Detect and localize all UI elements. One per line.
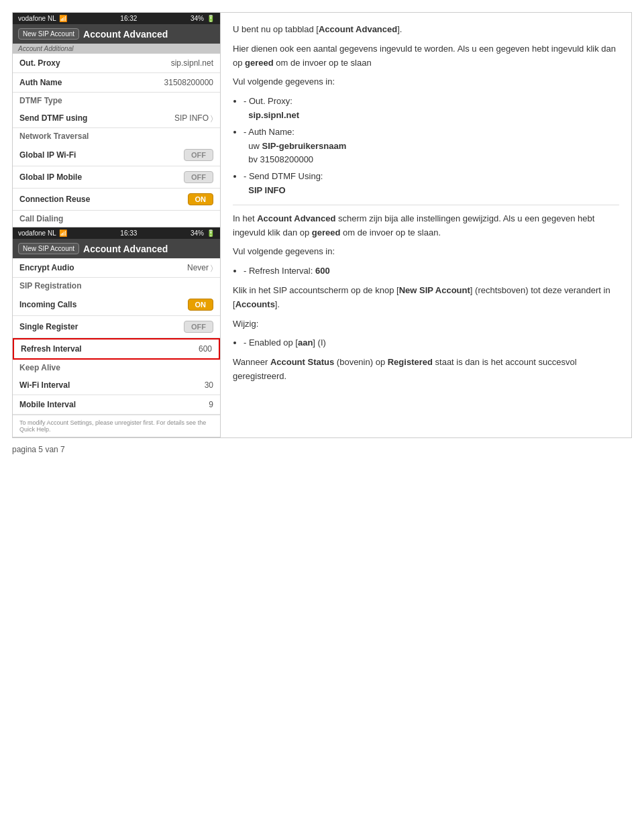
wifi-interval-label: Wi-Fi Interval <box>19 380 70 390</box>
dtmf-section-header: DTMF Type <box>13 93 220 109</box>
incoming-calls-row[interactable]: Incoming Calls ON <box>13 294 220 316</box>
send-dtmf-value: SIP INFO 〉 <box>174 113 213 123</box>
bottom-phone-status-bar: vodafone NL 📶 16:33 34% 🔋 <box>13 227 220 239</box>
global-ip-wifi-row[interactable]: Global IP Wi-Fi OFF <box>13 144 220 166</box>
mobile-interval-row[interactable]: Mobile Interval 9 <box>13 395 220 415</box>
encrypt-audio-value: Never 〉 <box>187 263 213 272</box>
bottom-phone-mockup: vodafone NL 📶 16:33 34% 🔋 New SIP Accoun… <box>13 227 220 437</box>
out-proxy-value: sip.sipnl.net <box>171 58 213 68</box>
list-item-enabled: - Enabled op [aan] (I) <box>244 336 619 350</box>
global-ip-mobile-label: Global IP Mobile <box>19 172 82 182</box>
mobile-interval-label: Mobile Interval <box>19 400 76 409</box>
encrypt-audio-chevron: 〉 <box>211 264 213 272</box>
encrypt-audio-row[interactable]: Encrypt Audio Never 〉 <box>13 258 220 278</box>
top-phone-mockup: vodafone NL 📶 16:32 34% 🔋 New SIP Accoun… <box>13 13 220 227</box>
bottom-status-right: 34% 🔋 <box>191 229 215 237</box>
right-bottom-list1: - Refresh Interval: 600 <box>244 264 619 278</box>
right-bottom-para1: In het Account Advanced scherm zijn bija… <box>233 212 619 240</box>
phone-footer-note: To modify Account Settings, please unreg… <box>13 415 220 437</box>
connection-reuse-row[interactable]: Connection Reuse ON <box>13 189 220 211</box>
right-top-para2-intro: Vul volgende gegevens in: <box>233 75 619 89</box>
bottom-wifi-icon: 📶 <box>59 229 67 237</box>
single-register-label: Single Register <box>19 322 78 331</box>
send-dtmf-label: Send DTMF using <box>19 113 87 123</box>
right-bottom-list2: - Enabled op [aan] (I) <box>244 336 619 350</box>
single-register-row[interactable]: Single Register OFF <box>13 316 220 338</box>
top-time: 16:32 <box>120 15 137 22</box>
right-top-heading: U bent nu op tabblad [Account Advanced]. <box>233 23 619 37</box>
list-item-dtmf: - Send DTMF Using: SIP INFO <box>244 170 619 198</box>
out-proxy-row[interactable]: Out. Proxy sip.sipnl.net <box>13 54 220 73</box>
refresh-interval-label: Refresh Interval <box>21 344 82 354</box>
wifi-interval-row[interactable]: Wi-Fi Interval 30 <box>13 376 220 395</box>
refresh-interval-row[interactable]: Refresh Interval 600 <box>13 338 220 360</box>
top-phone-status-bar: vodafone NL 📶 16:32 34% 🔋 <box>13 13 220 24</box>
page-number: pagina 5 van 7 <box>12 445 65 454</box>
top-battery: 34% <box>191 15 204 22</box>
right-bottom-para5: Wanneer Account Status (bovenin) op Regi… <box>233 356 619 384</box>
top-battery-icon: 🔋 <box>207 15 215 22</box>
sip-registration-section: SIP Registration <box>13 278 220 294</box>
bottom-phone-title: Account Advanced <box>83 244 168 254</box>
top-phone-title: Account Advanced <box>83 29 168 40</box>
refresh-interval-value: 600 <box>199 344 212 354</box>
top-back-button[interactable]: New SIP Account <box>18 28 79 40</box>
auth-name-row[interactable]: Auth Name 31508200000 <box>13 73 220 93</box>
page-footer: pagina 5 van 7 <box>12 438 632 454</box>
global-ip-mobile-row[interactable]: Global IP Mobile OFF <box>13 166 220 189</box>
keep-alive-section: Keep Alive <box>13 360 220 376</box>
section-divider <box>233 205 619 205</box>
page-wrapper: vodafone NL 📶 16:32 34% 🔋 New SIP Accoun… <box>0 0 644 836</box>
top-phone-header: New SIP Account Account Advanced <box>13 24 220 44</box>
wifi-interval-value: 30 <box>205 380 213 390</box>
bottom-carrier: vodafone NL <box>18 229 56 237</box>
bottom-battery: 34% <box>191 229 204 237</box>
right-bottom-para2: Vul volgende gegevens in: <box>233 245 619 259</box>
left-panel: vodafone NL 📶 16:32 34% 🔋 New SIP Accoun… <box>13 13 221 437</box>
auth-name-value: 31508200000 <box>164 78 213 87</box>
out-proxy-label: Out. Proxy <box>19 58 60 68</box>
connection-reuse-label: Connection Reuse <box>19 195 90 204</box>
incoming-calls-label: Incoming Calls <box>19 300 76 309</box>
bottom-time: 16:33 <box>120 229 137 237</box>
list-item-proxy: - Out. Proxy: sip.sipnl.net <box>244 95 619 123</box>
auth-name-label: Auth Name <box>19 78 62 87</box>
top-carrier: vodafone NL <box>18 15 56 22</box>
right-top-list: - Out. Proxy: sip.sipnl.net - Auth Name:… <box>244 95 619 198</box>
bottom-phone-header: New SIP Account Account Advanced <box>13 239 220 258</box>
global-ip-wifi-toggle[interactable]: OFF <box>184 149 213 161</box>
right-top-para1: Hier dienen ook een aantal gegevens inge… <box>233 42 619 70</box>
main-content: vodafone NL 📶 16:32 34% 🔋 New SIP Accoun… <box>12 12 632 438</box>
right-bottom-section: In het Account Advanced scherm zijn bija… <box>233 212 619 384</box>
top-wifi-icon: 📶 <box>59 15 67 22</box>
right-panel: U bent nu op tabblad [Account Advanced].… <box>221 13 631 437</box>
global-ip-wifi-label: Global IP Wi-Fi <box>19 150 76 160</box>
network-section-header: Network Traversal <box>13 128 220 144</box>
top-status-left: vodafone NL 📶 <box>18 15 67 22</box>
connection-reuse-toggle[interactable]: ON <box>188 193 214 205</box>
right-top-section: U bent nu op tabblad [Account Advanced].… <box>233 23 619 198</box>
right-bottom-para4: Wijzig: <box>233 317 619 331</box>
encrypt-audio-label: Encrypt Audio <box>19 263 74 272</box>
top-status-right: 34% 🔋 <box>191 15 215 22</box>
send-dtmf-chevron: 〉 <box>211 114 213 123</box>
top-section-above: Account Additional <box>13 44 220 54</box>
list-item-refresh: - Refresh Interval: 600 <box>244 264 619 278</box>
single-register-toggle[interactable]: OFF <box>184 321 213 333</box>
bottom-battery-icon: 🔋 <box>207 229 215 237</box>
bottom-back-button[interactable]: New SIP Account <box>18 243 79 254</box>
global-ip-mobile-toggle[interactable]: OFF <box>184 171 213 183</box>
list-item-auth: - Auth Name: uw SIP-gebruikersnaam bv 31… <box>244 125 619 167</box>
incoming-calls-toggle[interactable]: ON <box>188 299 214 311</box>
right-bottom-para3: Klik in het SIP accountscherm op de knop… <box>233 284 619 312</box>
bottom-status-left: vodafone NL 📶 <box>18 229 67 237</box>
mobile-interval-value: 9 <box>209 400 213 409</box>
send-dtmf-row[interactable]: Send DTMF using SIP INFO 〉 <box>13 109 220 128</box>
call-dialing-section: Call Dialing <box>13 211 220 227</box>
